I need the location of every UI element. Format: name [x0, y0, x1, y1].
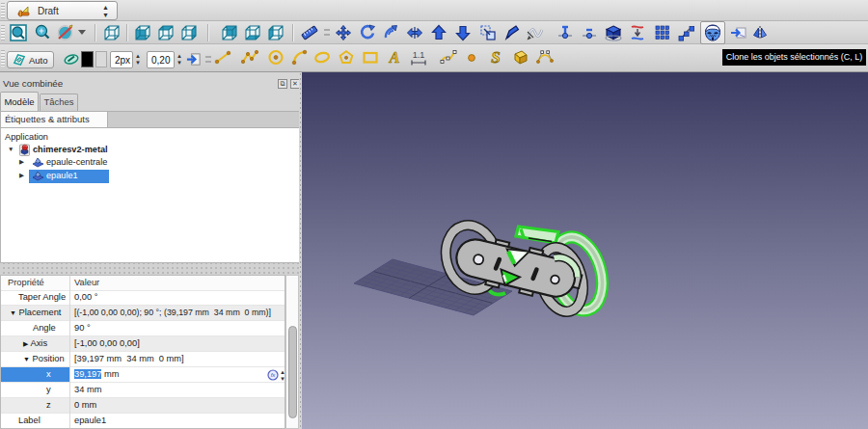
svg-text:A: A [389, 49, 400, 66]
svg-text:1.1: 1.1 [413, 50, 425, 60]
svg-text:S: S [491, 49, 500, 67]
